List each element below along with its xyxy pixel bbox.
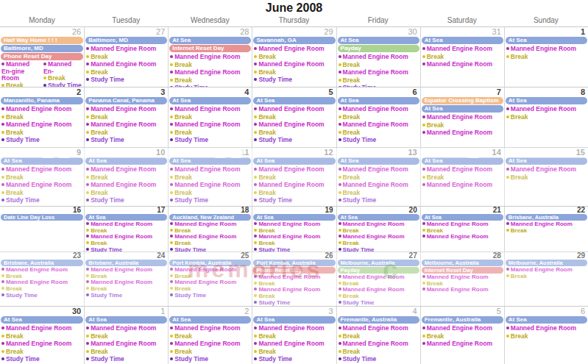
day-cell[interactable]: 1At SeaManned Engine RoomBreak <box>504 26 588 87</box>
event-item[interactable]: Break <box>254 53 335 61</box>
event-item[interactable]: Break <box>170 348 251 356</box>
event-item[interactable]: Break <box>339 129 419 137</box>
event-item[interactable]: Study Time <box>254 136 335 144</box>
event-banner[interactable]: At Sea <box>506 316 587 324</box>
event-item[interactable]: Study Time <box>254 76 335 84</box>
event-item[interactable]: Break <box>170 76 251 85</box>
event-item[interactable]: Break <box>506 332 587 340</box>
event-item[interactable]: Manned Engine Room <box>170 234 251 240</box>
event-item[interactable]: Manned Engine Room <box>254 221 335 228</box>
day-cell[interactable]: 6At SeaManned Engine RoomBreak <box>504 306 588 364</box>
day-cell[interactable]: 27Melbourne, AustraliaPaydayManned Engin… <box>336 251 420 306</box>
event-item[interactable]: Study Time <box>254 300 335 306</box>
event-item[interactable]: Break <box>170 61 251 69</box>
event-banner[interactable]: Baltimore, MD <box>85 37 167 44</box>
day-cell[interactable]: 15At SeaManned Engine RoomBreak <box>504 147 588 206</box>
day-cell[interactable]: 30At SeaPaydayManned Engine RoomBreakMan… <box>336 26 420 87</box>
event-banner[interactable]: At Sea <box>422 37 503 44</box>
event-item[interactable]: Manned Engine Room <box>422 129 503 137</box>
event-item[interactable]: Manned Engine Room <box>170 105 251 113</box>
event-item[interactable]: Break <box>86 189 167 197</box>
event-item[interactable]: Manned Engine Room <box>339 234 419 240</box>
event-item[interactable]: Study Time <box>254 355 335 363</box>
day-cell[interactable]: 3At SeaManned Engine RoomBreakManned Eng… <box>252 306 336 364</box>
day-cell[interactable]: 13At SeaManned Engine RoomBreakManned En… <box>336 147 420 206</box>
event-item[interactable]: Manned Engine Room <box>339 121 419 129</box>
event-item[interactable]: Study Time <box>1 355 83 363</box>
event-item[interactable]: Break <box>1 286 83 293</box>
day-cell[interactable]: 17At SeaManned Engine RoomBreakManned En… <box>84 206 168 251</box>
event-banner[interactable]: At Sea <box>169 97 251 104</box>
day-cell[interactable]: 12At SeaManned Engine RoomBreakManned En… <box>252 147 336 206</box>
event-item[interactable]: Manned Engine Room <box>339 105 419 113</box>
event-item[interactable]: Manned Engine Room <box>422 287 503 293</box>
event-item[interactable]: Break <box>170 174 251 182</box>
event-item[interactable]: Manned Engine Room <box>86 60 167 68</box>
event-banner[interactable]: Auckland, New Zealand <box>169 214 251 221</box>
event-banner[interactable]: Melbourne, Australia <box>338 260 419 266</box>
event-item[interactable]: Break <box>86 348 167 356</box>
event-item[interactable]: Manned En-gine Room <box>1 61 41 82</box>
event-banner[interactable]: At Sea <box>506 157 587 165</box>
event-item[interactable]: Break <box>1 332 83 340</box>
event-item[interactable]: Manned Engine Room <box>339 274 419 281</box>
event-banner[interactable]: Melbourne, Australia <box>422 260 503 266</box>
day-cell[interactable]: 6At SeaManned Engine RoomBreakManned Eng… <box>336 87 420 147</box>
event-item[interactable]: Break <box>1 189 83 197</box>
event-banner[interactable]: Fremantle, Australia <box>422 316 503 324</box>
event-item[interactable]: Break <box>422 121 503 129</box>
event-banner[interactable]: At Sea <box>253 316 335 324</box>
event-item[interactable]: Manned Engine Room <box>422 181 503 189</box>
event-item[interactable]: Manned Engine Room <box>86 165 167 174</box>
event-item[interactable]: Manned Engine Room <box>422 340 503 348</box>
event-item[interactable]: Study Time <box>86 293 167 299</box>
event-item[interactable]: Manned Engine Room <box>1 181 83 189</box>
event-item[interactable]: Break <box>339 61 419 69</box>
event-item[interactable]: Manned Engine Room <box>506 221 587 228</box>
event-item[interactable]: Manned Engine Room <box>339 221 419 228</box>
day-cell[interactable]: 20At SeaManned Engine RoomBreakManned En… <box>336 206 420 251</box>
day-cell[interactable]: 27Baltimore, MDManned Engine RoomBreakMa… <box>84 26 168 87</box>
event-item[interactable]: Manned Engine Room <box>506 324 587 332</box>
event-item[interactable]: Manned Engine Room <box>339 53 419 61</box>
event-item[interactable]: Manned Engine Room <box>254 121 335 129</box>
event-item[interactable]: Break <box>422 332 503 340</box>
day-cell[interactable]: 26Port Kembla, AustraliaPhone Reset DayM… <box>252 251 336 306</box>
event-banner[interactable]: Internet Reset Day <box>169 45 251 52</box>
event-banner[interactable]: Phone Reset Day <box>253 267 335 274</box>
event-item[interactable]: Break <box>1 274 83 280</box>
event-item[interactable]: Manned Engine Room <box>86 267 167 274</box>
event-item[interactable]: Break <box>170 228 251 235</box>
day-cell[interactable]: 9At SeaManned Engine RoomBreakManned Eng… <box>0 147 84 206</box>
event-item[interactable]: Study Time <box>170 293 251 299</box>
day-cell[interactable]: 25Port Kembla, AustraliaManned Engine Ro… <box>168 251 252 306</box>
day-cell[interactable]: 22Brisbane, AustraliaManned Engine RoomB… <box>504 206 588 251</box>
event-item[interactable]: Study Time <box>1 196 83 204</box>
event-item[interactable]: Manned Engine Room <box>254 340 335 348</box>
event-item[interactable]: Break <box>1 174 83 182</box>
event-banner[interactable]: At Sea <box>338 37 419 44</box>
event-item[interactable]: Break <box>506 113 587 121</box>
event-item[interactable]: Break <box>254 68 335 76</box>
event-banner[interactable]: Brisbane, Australia <box>1 260 83 266</box>
event-item[interactable]: Manned Engine Room <box>254 324 335 332</box>
event-item[interactable]: Manned Engine Room <box>86 121 167 129</box>
day-cell[interactable]: 11At SeaManned Engine RoomBreakManned En… <box>168 147 252 206</box>
event-item[interactable]: Manned Engine Room <box>254 234 335 240</box>
event-banner[interactable]: Baltimore, MD <box>1 45 83 52</box>
event-item[interactable]: Manned Engine Room <box>254 60 335 68</box>
day-cell[interactable]: 4At SeaManned Engine RoomBreakManned Eng… <box>168 87 252 147</box>
event-item[interactable]: Break <box>86 240 167 247</box>
event-item[interactable]: Break <box>339 189 419 197</box>
event-item[interactable]: Study Time <box>339 196 419 204</box>
event-banner[interactable]: Brisbane, Australia <box>506 214 587 221</box>
event-item[interactable]: Manned Engine Room <box>254 45 335 53</box>
event-item[interactable]: Break <box>86 332 167 340</box>
day-cell[interactable]: 5Fremantle, AustraliaManned Engine RoomB… <box>420 306 504 364</box>
event-item[interactable]: Manned Engine Room <box>1 165 83 174</box>
event-item[interactable]: Manned Engine Room <box>1 324 83 332</box>
day-cell[interactable]: 2At SeaManned Engine RoomBreakManned Eng… <box>168 306 252 364</box>
event-item[interactable]: Manned Engine Room <box>170 181 251 189</box>
event-item[interactable]: Break <box>506 228 587 235</box>
event-banner[interactable]: At Sea <box>506 37 587 44</box>
